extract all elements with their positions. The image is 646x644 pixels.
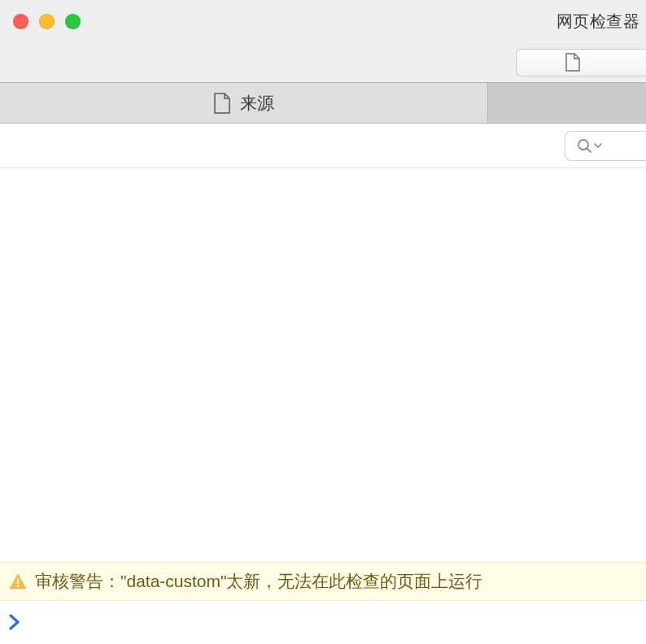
chevron-down-icon — [594, 143, 602, 149]
svg-rect-2 — [17, 579, 19, 585]
traffic-lights — [13, 14, 81, 29]
minimize-button[interactable] — [39, 14, 55, 29]
svg-point-3 — [17, 585, 19, 586]
console-input-row[interactable] — [0, 601, 646, 643]
prompt-icon — [9, 613, 21, 631]
close-button[interactable] — [13, 14, 28, 29]
document-icon — [214, 93, 230, 114]
tabbar: 来源 — [0, 83, 646, 124]
warning-text: 审核警告："data-custom"太新，无法在此检查的页面上运行 — [35, 570, 482, 593]
filterbar — [0, 124, 646, 168]
tab-inactive-area[interactable] — [488, 83, 646, 123]
svg-line-1 — [587, 148, 591, 152]
search-icon — [577, 138, 592, 154]
document-icon — [565, 53, 580, 72]
tab-label: 来源 — [240, 92, 274, 115]
warning-icon — [9, 573, 27, 590]
search-input[interactable] — [565, 131, 646, 161]
toolbar — [0, 42, 646, 83]
tab-sources[interactable]: 来源 — [0, 83, 488, 123]
window-title: 网页检查器 — [557, 0, 647, 42]
window-titlebar: 网页检查器 — [0, 0, 646, 42]
warning-message[interactable]: 审核警告："data-custom"太新，无法在此检查的页面上运行 — [0, 562, 646, 601]
maximize-button[interactable] — [65, 14, 81, 29]
content-area — [0, 168, 646, 562]
document-selector-button[interactable] — [516, 49, 646, 76]
